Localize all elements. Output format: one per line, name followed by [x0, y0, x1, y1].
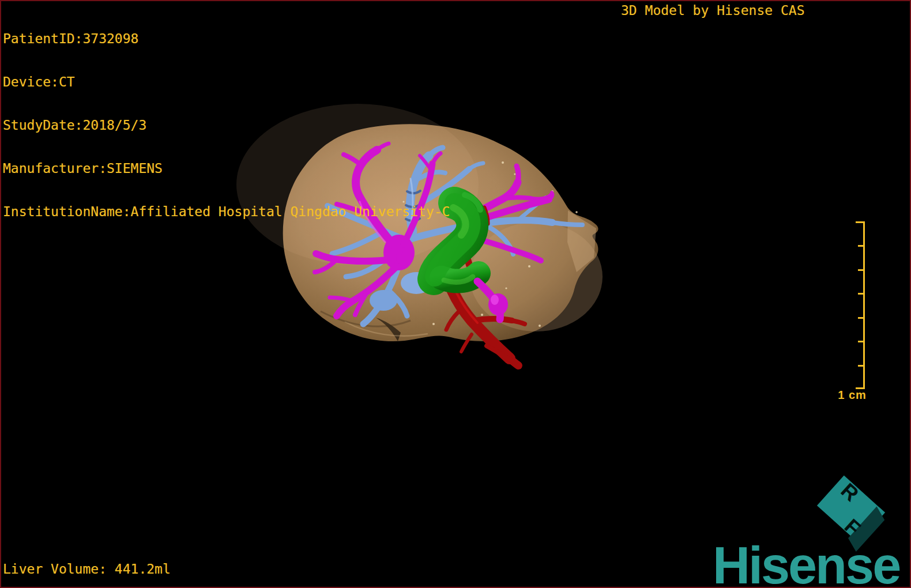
viewer-canvas[interactable]: PatientID:3732098 Device:CT StudyDate:20… [0, 0, 911, 588]
scale-tick [858, 245, 865, 247]
model-watermark: 3D Model by Hisense CAS [621, 3, 805, 18]
study-date-line: StudyDate:2018/5/3 [3, 118, 450, 133]
scale-tick [858, 269, 865, 271]
device-line: Device:CT [3, 75, 450, 89]
scale-bar-label: 1 cm [834, 389, 871, 402]
scale-tick [856, 221, 865, 223]
patient-info-block: PatientID:3732098 Device:CT StudyDate:20… [3, 3, 450, 248]
scale-bar [856, 221, 865, 389]
scale-tick [858, 341, 865, 342]
hisense-logo: Hisense [713, 536, 899, 588]
institution-name-line: InstitutionName:Affiliated Hospital Qing… [3, 205, 450, 219]
liver-volume-readout: Liver Volume: 441.2ml [3, 562, 171, 576]
scale-tick [858, 365, 865, 367]
manufacturer-line: Manufacturer:SIEMENS [3, 161, 450, 176]
scale-tick [858, 317, 865, 319]
scale-tick [858, 293, 865, 295]
patient-id-line: PatientID:3732098 [3, 32, 450, 46]
